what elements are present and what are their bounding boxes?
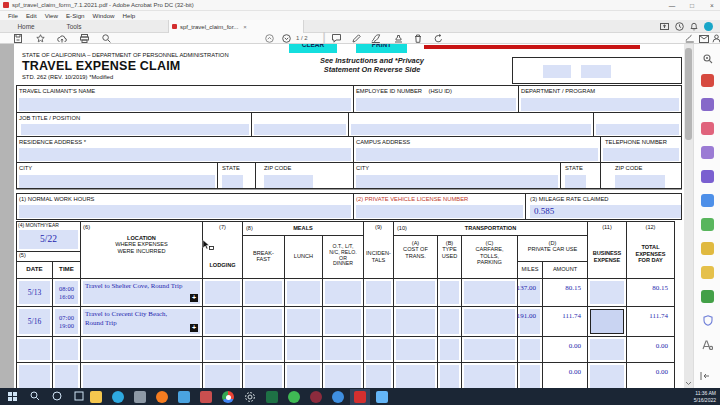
miles-field[interactable]: 191.00 xyxy=(520,309,540,334)
paint-icon[interactable] xyxy=(200,391,212,403)
location-field[interactable]: Travel to Shelter Cove, Round Trip xyxy=(83,281,200,304)
carfare-field[interactable] xyxy=(464,339,515,360)
lodging-field[interactable] xyxy=(205,281,240,304)
tab-tools[interactable]: Tools xyxy=(56,20,92,33)
notepad-icon[interactable] xyxy=(134,391,146,403)
taskbar-clock[interactable]: 11:36 AM 5/16/2022 xyxy=(694,390,716,403)
cost-of-trans-field[interactable] xyxy=(396,339,435,360)
carfare-field[interactable] xyxy=(464,281,515,304)
menu-edit[interactable]: Edit xyxy=(26,12,37,19)
print-icon[interactable] xyxy=(78,34,90,43)
scan-ocr-icon[interactable] xyxy=(701,290,714,303)
firefox-icon[interactable] xyxy=(156,391,168,403)
excel-icon[interactable] xyxy=(266,391,278,403)
campus-address-field[interactable] xyxy=(356,148,598,161)
type-used-field[interactable] xyxy=(440,365,459,388)
organize-pages-icon[interactable] xyxy=(701,218,714,231)
whatsapp-icon[interactable] xyxy=(288,391,300,403)
date-field[interactable]: 5/13 xyxy=(19,281,50,304)
city2-field[interactable] xyxy=(356,175,558,188)
miles-field[interactable] xyxy=(520,365,540,388)
date-field[interactable] xyxy=(19,365,50,388)
star-favorite-icon[interactable] xyxy=(34,34,46,43)
tab-home[interactable]: Home xyxy=(8,20,44,33)
export-pdf-icon[interactable] xyxy=(701,74,714,87)
job-extra-field-1[interactable] xyxy=(254,124,346,135)
zip1-field[interactable] xyxy=(264,175,313,188)
share-screen-icon[interactable] xyxy=(658,20,670,33)
close-button[interactable]: × xyxy=(704,0,720,11)
job-extra-field-2[interactable] xyxy=(351,124,591,135)
previous-page-icon[interactable] xyxy=(263,34,275,43)
lodging-field[interactable] xyxy=(205,365,240,388)
cloud-upload-icon[interactable] xyxy=(56,34,68,43)
access-icon[interactable] xyxy=(310,391,322,403)
form-print-button[interactable]: PRINT xyxy=(356,44,407,53)
form-clear-button[interactable]: CLEAR xyxy=(289,44,337,53)
miles-field[interactable]: 137.00 xyxy=(520,281,540,304)
work-hours-field[interactable] xyxy=(19,205,351,218)
location-field[interactable] xyxy=(83,339,200,360)
request-signature-icon[interactable] xyxy=(684,34,696,43)
start-button[interactable] xyxy=(8,392,17,401)
menu-esign[interactable]: E-Sign xyxy=(66,12,85,19)
type-used-field[interactable] xyxy=(440,281,459,304)
combine-files-icon[interactable] xyxy=(701,194,714,207)
dinner-field[interactable] xyxy=(325,339,361,360)
state1-field[interactable] xyxy=(222,175,243,188)
menu-view[interactable]: View xyxy=(45,12,58,19)
acrobat-taskbar-active[interactable] xyxy=(350,389,370,405)
tab-document[interactable]: spf_travel_claim_for... × xyxy=(168,20,304,33)
cost-of-trans-field[interactable] xyxy=(396,281,435,304)
carfare-field[interactable] xyxy=(464,309,515,334)
file-explorer-icon[interactable] xyxy=(90,391,102,403)
taskbar-search-icon[interactable] xyxy=(30,391,40,401)
photos-icon[interactable] xyxy=(178,391,190,403)
delete-icon[interactable] xyxy=(412,34,424,43)
cost-of-trans-field[interactable] xyxy=(396,309,435,334)
cortana-icon[interactable] xyxy=(52,391,62,401)
menu-help[interactable]: Help xyxy=(123,12,136,19)
fill-sign-icon[interactable] xyxy=(370,34,382,43)
claimant-name-field[interactable] xyxy=(19,98,351,111)
license-field[interactable] xyxy=(356,205,523,218)
menu-file[interactable]: File xyxy=(8,12,18,19)
claim-number-field-2[interactable] xyxy=(581,65,611,78)
job-title-field[interactable] xyxy=(21,124,249,135)
menu-window[interactable]: Window xyxy=(93,12,115,19)
incidentals-field[interactable] xyxy=(366,281,391,304)
internet-explorer-icon[interactable] xyxy=(112,391,124,403)
type-used-field[interactable] xyxy=(440,339,459,360)
business-expense-field[interactable] xyxy=(590,339,624,360)
history-clock-icon[interactable] xyxy=(673,20,685,33)
tab-close-icon[interactable]: × xyxy=(243,24,247,30)
chrome-icon[interactable] xyxy=(222,391,234,403)
location-field[interactable] xyxy=(83,365,200,388)
business-expense-field[interactable] xyxy=(590,281,624,304)
business-expense-field[interactable] xyxy=(590,365,624,388)
minimize-button[interactable]: — xyxy=(664,0,680,11)
incidentals-field[interactable] xyxy=(366,365,391,388)
lunch-field[interactable] xyxy=(287,281,320,304)
edit-pdf-icon[interactable] xyxy=(701,122,714,135)
time-field[interactable] xyxy=(55,365,78,388)
create-pdf-icon[interactable] xyxy=(701,98,714,111)
save-file-icon[interactable] xyxy=(12,34,24,43)
stamp-tool-icon[interactable] xyxy=(701,266,714,279)
time-field[interactable]: 07:0019:00 xyxy=(55,309,78,334)
cost-of-trans-field[interactable] xyxy=(396,365,435,388)
lunch-field[interactable] xyxy=(287,339,320,360)
lodging-field[interactable] xyxy=(205,339,240,360)
breakfast-field[interactable] xyxy=(245,339,282,360)
add-row-button[interactable]: + xyxy=(190,324,198,332)
expand-panel-icon[interactable] xyxy=(700,372,710,380)
carfare-field[interactable] xyxy=(464,365,515,388)
month-year-field[interactable]: 5/22 xyxy=(19,230,78,249)
department-field[interactable] xyxy=(521,98,679,111)
employee-id-field[interactable] xyxy=(356,98,516,111)
redact-icon[interactable] xyxy=(701,242,714,255)
residence-address-field[interactable] xyxy=(19,148,351,161)
add-row-button[interactable]: + xyxy=(190,294,198,302)
page-indicator[interactable]: 1 / 2 xyxy=(296,35,308,41)
email-share-icon[interactable] xyxy=(698,34,710,43)
